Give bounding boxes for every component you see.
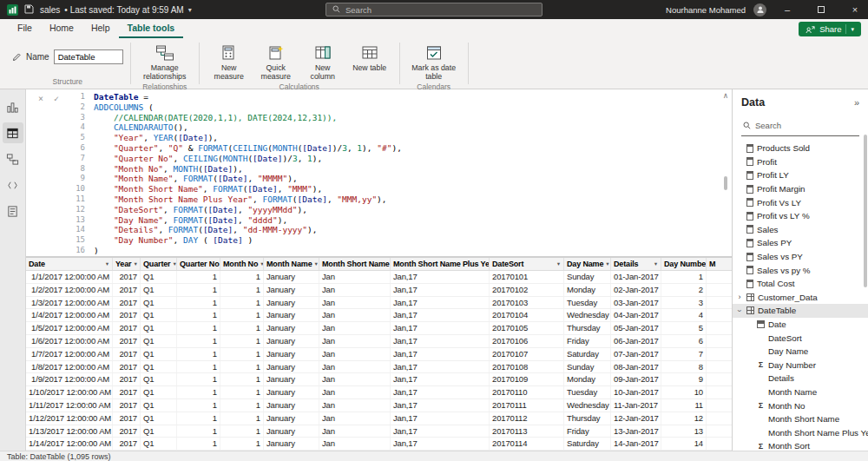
table-row[interactable]: 1/5/2017 12:00:00 AM2017Q111JanuaryJanJa… — [26, 322, 732, 335]
maximize-button[interactable] — [808, 0, 834, 19]
column-header-year[interactable]: Year▼ — [113, 258, 141, 270]
chevron-collapsed-icon[interactable]: › — [736, 293, 743, 301]
formula-line[interactable]: //CALENDAR(DATE(2020,1,1), DATE(2024,12,… — [94, 113, 720, 123]
mark-as-date-table-button[interactable]: Mark as date table — [407, 43, 461, 82]
field-item-date[interactable]: Date — [733, 318, 868, 332]
formula-line[interactable]: ADDCOLUMNS ( — [94, 102, 720, 113]
manage-relationships-button[interactable]: Manage relationships — [138, 43, 192, 82]
model-view-button[interactable] — [3, 148, 23, 169]
formula-line[interactable]: "DateSort", FORMAT([Date], "yyyyMMdd"), — [94, 205, 720, 215]
column-header-datesort[interactable]: DateSort▼ — [490, 258, 564, 270]
table-row[interactable]: 1/8/2017 12:00:00 AM2017Q111JanuaryJanJa… — [26, 361, 732, 374]
column-header-month-short-name-plus-year[interactable]: Month Short Name Plus Year▼ — [391, 258, 490, 270]
field-item-day-number[interactable]: ΣDay Number — [733, 359, 868, 372]
column-header-quarter[interactable]: Quarter▼ — [141, 258, 177, 270]
fields-search[interactable] — [741, 115, 859, 136]
field-item-customer-data[interactable]: ›Customer_Data — [733, 291, 868, 305]
table-row[interactable]: 1/7/2017 12:00:00 AM2017Q111JanuaryJanJa… — [26, 348, 732, 361]
collapse-pane-icon[interactable]: » — [854, 97, 859, 108]
formula-line[interactable]: DateTable = — [94, 92, 720, 102]
table-row[interactable]: 1/13/2017 12:00:00 AM2017Q111JanuaryJanJ… — [26, 425, 732, 438]
table-row[interactable]: 1/12/2017 12:00:00 AM2017Q111JanuaryJanJ… — [26, 412, 732, 425]
formula-scrollbar[interactable]: ∧ — [720, 89, 732, 256]
field-item-datetable[interactable]: ›DateTable — [733, 304, 868, 318]
table-row[interactable]: 1/11/2017 12:00:00 AM2017Q111JanuaryJanJ… — [26, 399, 732, 412]
filter-dropdown-icon[interactable]: ▼ — [133, 261, 137, 267]
document-title[interactable]: sales • Last saved: Today at 9:59 AM ▾ — [40, 5, 192, 15]
tab-table-tools[interactable]: Table tools — [119, 20, 184, 38]
report-view-button[interactable] — [3, 96, 23, 117]
field-item-month-short-name-plus-year[interactable]: Month Short Name Plus Year — [733, 425, 868, 439]
table-row[interactable]: 1/14/2017 12:00:00 AM2017Q111JanuaryJanJ… — [26, 438, 732, 451]
formula-line[interactable]: CALENDARAUTO(), — [94, 122, 720, 133]
fields-search-input[interactable] — [755, 121, 858, 130]
user-avatar[interactable] — [753, 3, 766, 16]
quick-measure-button[interactable]: Quick measure — [253, 43, 299, 82]
field-item-products-sold[interactable]: Products Sold — [733, 142, 868, 155]
table-name-input[interactable] — [54, 49, 123, 64]
column-header-month-name[interactable]: Month Name▼ — [264, 258, 319, 270]
save-icon[interactable] — [24, 4, 34, 16]
field-item-details[interactable]: Details — [733, 372, 868, 385]
field-item-profit-ly[interactable]: Profit LY — [733, 168, 868, 182]
formula-line[interactable]: "Day Name", FORMAT([Date], "dddd"), — [94, 215, 720, 226]
field-item-total-cost[interactable]: Total Cost — [733, 277, 868, 291]
formula-collapse-icon[interactable]: ∧ — [720, 91, 732, 100]
column-header-month-short-name[interactable]: Month Short Name▼ — [319, 258, 391, 270]
filter-dropdown-icon[interactable]: ▼ — [172, 261, 176, 267]
filter-dropdown-icon[interactable]: ▼ — [314, 261, 319, 267]
field-item-sales-py[interactable]: Sales PY — [733, 236, 868, 250]
field-item-month-no[interactable]: ΣMonth No — [733, 398, 868, 412]
formula-line[interactable]: "Year", YEAR([Date]), — [94, 133, 720, 143]
field-item-datesort[interactable]: DateSort — [733, 331, 868, 345]
filter-dropdown-icon[interactable]: ▼ — [605, 261, 609, 267]
formula-code[interactable]: DateTable = ADDCOLUMNS ( //CALENDAR(DATE… — [85, 89, 720, 256]
table-row[interactable]: 1/10/2017 12:00:00 AM2017Q111JanuaryJanJ… — [26, 386, 732, 399]
field-item-month-name[interactable]: Month Name — [733, 385, 868, 399]
table-row[interactable]: 1/9/2017 12:00:00 AM2017Q111JanuaryJanJa… — [26, 373, 732, 386]
tab-home[interactable]: Home — [41, 20, 82, 38]
search-input[interactable] — [345, 5, 536, 15]
field-item-sales-vs-py[interactable]: Sales vs py % — [733, 263, 868, 277]
filter-dropdown-icon[interactable]: ▼ — [654, 261, 658, 267]
close-button[interactable]: × — [842, 0, 868, 19]
column-header-m[interactable]: M — [707, 258, 732, 270]
table-row[interactable]: 1/1/2017 12:00:00 AM2017Q111JanuaryJanJa… — [26, 271, 732, 284]
fields-scrollbar-thumb[interactable] — [864, 135, 867, 287]
new-measure-button[interactable]: New measure — [207, 43, 252, 82]
field-item-month-sort[interactable]: ΣMonth Sort — [733, 439, 868, 451]
formula-line[interactable]: "Day Number", DAY ( [Date] ) — [94, 235, 720, 246]
field-item-sales-vs-py[interactable]: Sales vs PY — [733, 250, 868, 264]
field-item-month-short-name[interactable]: Month Short Name — [733, 412, 868, 426]
field-item-profit[interactable]: Profit — [733, 155, 868, 169]
field-item-profit-vs-ly[interactable]: Profit vs LY % — [733, 209, 868, 223]
formula-line[interactable]: ) — [94, 246, 720, 256]
formula-line[interactable]: "Month Short Name", FORMAT([Date], "MMM"… — [94, 184, 720, 194]
formula-commit-icon[interactable]: ✓ — [54, 94, 59, 256]
field-item-profit-margin[interactable]: Profit Margin — [733, 182, 868, 196]
new-table-button[interactable]: New table — [347, 43, 392, 82]
formula-line[interactable]: "Quarter", "Q" & FORMAT(CEILING(MONTH([D… — [94, 143, 720, 154]
table-row[interactable]: 1/2/2017 12:00:00 AM2017Q111JanuaryJanJa… — [26, 284, 732, 297]
minimize-button[interactable]: – — [774, 0, 800, 19]
formula-line[interactable]: "Quarter No", CEILING(MONTH([Date])/3, 1… — [94, 154, 720, 164]
column-header-quarter-no[interactable]: Quarter No▼ — [177, 258, 220, 270]
table-view-button[interactable] — [3, 122, 23, 143]
table-row[interactable]: 1/6/2017 12:00:00 AM2017Q111JanuaryJanJa… — [26, 335, 732, 348]
formula-line[interactable]: "Month Short Name Plus Year", FORMAT([Da… — [94, 194, 720, 205]
formula-cancel-icon[interactable]: × — [38, 94, 43, 256]
dax-query-view-button[interactable] — [3, 175, 23, 195]
share-button[interactable]: Share ▾ — [799, 22, 861, 36]
formula-line[interactable]: "Details", FORMAT([Date], "dd-MMM-yyyy")… — [94, 225, 720, 235]
column-header-month-no[interactable]: Month No▼ — [220, 258, 264, 270]
table-row[interactable]: 1/3/2017 12:00:00 AM2017Q111JanuaryJanJa… — [26, 297, 732, 310]
chevron-expanded-icon[interactable]: › — [735, 307, 744, 314]
field-item-profit-vs-ly[interactable]: Profit Vs LY — [733, 195, 868, 209]
field-item-day-name[interactable]: Day Name — [733, 345, 868, 359]
column-header-day-name[interactable]: Day Name▼ — [564, 258, 611, 270]
filter-dropdown-icon[interactable]: ▼ — [105, 261, 109, 267]
new-column-button[interactable]: New column — [300, 43, 345, 82]
formula-scrollbar-thumb[interactable] — [724, 176, 727, 190]
formula-line[interactable]: "Month No", MONTH([Date]), — [94, 164, 720, 175]
titlebar-search[interactable] — [326, 3, 542, 16]
